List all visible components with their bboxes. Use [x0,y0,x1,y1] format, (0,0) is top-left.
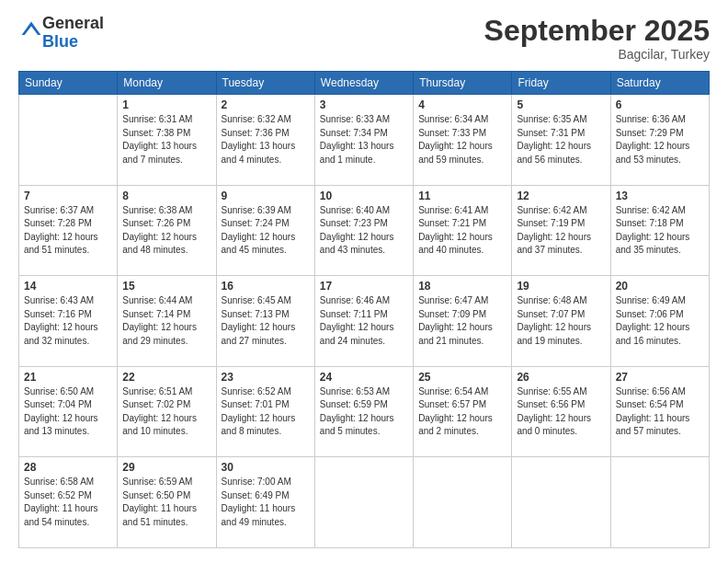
calendar-day-header: Sunday [19,72,118,95]
month-title: September 2025 [484,15,710,47]
day-number: 11 [418,190,506,202]
day-number: 18 [418,280,506,293]
calendar-cell: 3Sunrise: 6:33 AM Sunset: 7:34 PM Daylig… [314,95,413,186]
calendar-cell [19,95,118,186]
calendar-cell: 1Sunrise: 6:31 AM Sunset: 7:38 PM Daylig… [118,95,216,186]
location: Bagcilar, Turkey [484,47,710,62]
day-number: 5 [517,98,605,111]
calendar-cell: 23Sunrise: 6:52 AM Sunset: 7:01 PM Dayli… [216,366,314,457]
calendar-day-header: Monday [118,72,216,95]
day-info: Sunrise: 6:31 AM Sunset: 7:38 PM Dayligh… [122,113,210,167]
calendar-table: SundayMondayTuesdayWednesdayThursdayFrid… [18,71,710,548]
day-number: 2 [222,98,310,111]
calendar-day-header: Friday [512,72,610,95]
day-info: Sunrise: 6:50 AM Sunset: 7:04 PM Dayligh… [24,385,112,439]
day-info: Sunrise: 6:56 AM Sunset: 6:54 PM Dayligh… [616,385,704,439]
calendar-week-row: 21Sunrise: 6:50 AM Sunset: 7:04 PM Dayli… [19,366,710,457]
day-number: 27 [616,371,704,384]
day-info: Sunrise: 6:34 AM Sunset: 7:33 PM Dayligh… [418,113,506,167]
day-info: Sunrise: 6:47 AM Sunset: 7:09 PM Dayligh… [418,294,506,348]
calendar-week-row: 14Sunrise: 6:43 AM Sunset: 7:16 PM Dayli… [19,276,710,367]
calendar-cell: 21Sunrise: 6:50 AM Sunset: 7:04 PM Dayli… [19,366,118,457]
calendar-cell [512,457,610,548]
calendar-cell: 10Sunrise: 6:40 AM Sunset: 7:23 PM Dayli… [314,185,413,276]
day-number: 22 [122,371,210,384]
day-number: 4 [418,98,506,111]
day-number: 17 [320,280,408,293]
day-number: 8 [122,190,210,202]
calendar-body: 1Sunrise: 6:31 AM Sunset: 7:38 PM Daylig… [19,95,710,548]
day-info: Sunrise: 6:43 AM Sunset: 7:16 PM Dayligh… [24,294,112,348]
day-number: 15 [122,280,210,293]
day-info: Sunrise: 6:44 AM Sunset: 7:14 PM Dayligh… [122,294,210,348]
calendar-week-row: 7Sunrise: 6:37 AM Sunset: 7:28 PM Daylig… [19,185,710,276]
page-header: General Blue September 2025 Bagcilar, Tu… [18,15,710,62]
calendar-cell: 8Sunrise: 6:38 AM Sunset: 7:26 PM Daylig… [118,185,216,276]
calendar-cell: 9Sunrise: 6:39 AM Sunset: 7:24 PM Daylig… [216,185,314,276]
calendar-cell: 4Sunrise: 6:34 AM Sunset: 7:33 PM Daylig… [414,95,512,186]
calendar-cell: 19Sunrise: 6:48 AM Sunset: 7:07 PM Dayli… [512,276,610,367]
day-info: Sunrise: 6:54 AM Sunset: 6:57 PM Dayligh… [418,385,506,439]
day-number: 21 [24,371,112,384]
logo: General Blue [18,15,104,52]
day-number: 14 [24,280,112,293]
day-number: 26 [517,371,605,384]
day-info: Sunrise: 6:38 AM Sunset: 7:26 PM Dayligh… [122,204,210,258]
logo-blue: Blue [42,32,78,51]
calendar-day-header: Tuesday [216,72,314,95]
day-info: Sunrise: 6:45 AM Sunset: 7:13 PM Dayligh… [222,294,310,348]
logo-icon [20,20,42,42]
calendar-cell: 26Sunrise: 6:55 AM Sunset: 6:56 PM Dayli… [512,366,610,457]
calendar-cell: 16Sunrise: 6:45 AM Sunset: 7:13 PM Dayli… [216,276,314,367]
calendar-cell: 30Sunrise: 7:00 AM Sunset: 6:49 PM Dayli… [216,457,314,548]
day-info: Sunrise: 6:49 AM Sunset: 7:06 PM Dayligh… [616,294,704,348]
logo-general: General [42,14,104,32]
day-number: 16 [222,280,310,293]
calendar-cell: 24Sunrise: 6:53 AM Sunset: 6:59 PM Dayli… [314,366,413,457]
day-info: Sunrise: 6:59 AM Sunset: 6:50 PM Dayligh… [122,476,210,529]
calendar-header-row: SundayMondayTuesdayWednesdayThursdayFrid… [19,72,710,95]
day-info: Sunrise: 6:55 AM Sunset: 6:56 PM Dayligh… [517,385,605,439]
day-number: 30 [222,461,310,474]
day-info: Sunrise: 6:39 AM Sunset: 7:24 PM Dayligh… [222,204,310,258]
day-number: 10 [320,190,408,202]
calendar-cell [610,457,709,548]
day-number: 20 [616,280,704,293]
calendar-cell: 18Sunrise: 6:47 AM Sunset: 7:09 PM Dayli… [414,276,512,367]
day-info: Sunrise: 6:33 AM Sunset: 7:34 PM Dayligh… [320,113,408,167]
calendar-cell: 22Sunrise: 6:51 AM Sunset: 7:02 PM Dayli… [118,366,216,457]
day-number: 3 [320,98,408,111]
calendar-cell: 6Sunrise: 6:36 AM Sunset: 7:29 PM Daylig… [610,95,709,186]
calendar-cell: 20Sunrise: 6:49 AM Sunset: 7:06 PM Dayli… [610,276,709,367]
day-number: 6 [616,98,704,111]
calendar-cell: 7Sunrise: 6:37 AM Sunset: 7:28 PM Daylig… [19,185,118,276]
logo-text: General Blue [42,15,104,52]
calendar-cell: 11Sunrise: 6:41 AM Sunset: 7:21 PM Dayli… [414,185,512,276]
calendar-cell [414,457,512,548]
calendar-cell: 2Sunrise: 6:32 AM Sunset: 7:36 PM Daylig… [216,95,314,186]
day-info: Sunrise: 6:41 AM Sunset: 7:21 PM Dayligh… [418,204,506,258]
day-info: Sunrise: 6:35 AM Sunset: 7:31 PM Dayligh… [517,113,605,167]
calendar-cell: 29Sunrise: 6:59 AM Sunset: 6:50 PM Dayli… [118,457,216,548]
day-info: Sunrise: 6:48 AM Sunset: 7:07 PM Dayligh… [517,294,605,348]
day-info: Sunrise: 6:42 AM Sunset: 7:18 PM Dayligh… [616,204,704,258]
calendar-cell: 14Sunrise: 6:43 AM Sunset: 7:16 PM Dayli… [19,276,118,367]
day-info: Sunrise: 6:46 AM Sunset: 7:11 PM Dayligh… [320,294,408,348]
day-info: Sunrise: 6:42 AM Sunset: 7:19 PM Dayligh… [517,204,605,258]
calendar-day-header: Thursday [414,72,512,95]
day-info: Sunrise: 6:37 AM Sunset: 7:28 PM Dayligh… [24,204,112,258]
day-info: Sunrise: 6:40 AM Sunset: 7:23 PM Dayligh… [320,204,408,258]
day-number: 29 [122,461,210,474]
calendar-cell: 17Sunrise: 6:46 AM Sunset: 7:11 PM Dayli… [314,276,413,367]
calendar-cell: 15Sunrise: 6:44 AM Sunset: 7:14 PM Dayli… [118,276,216,367]
day-number: 28 [24,461,112,474]
day-info: Sunrise: 6:32 AM Sunset: 7:36 PM Dayligh… [222,113,310,167]
day-number: 13 [616,190,704,202]
day-number: 7 [24,190,112,202]
day-number: 1 [122,98,210,111]
day-info: Sunrise: 6:36 AM Sunset: 7:29 PM Dayligh… [616,113,704,167]
calendar-cell [314,457,413,548]
calendar-day-header: Saturday [610,72,709,95]
day-number: 24 [320,371,408,384]
day-number: 12 [517,190,605,202]
